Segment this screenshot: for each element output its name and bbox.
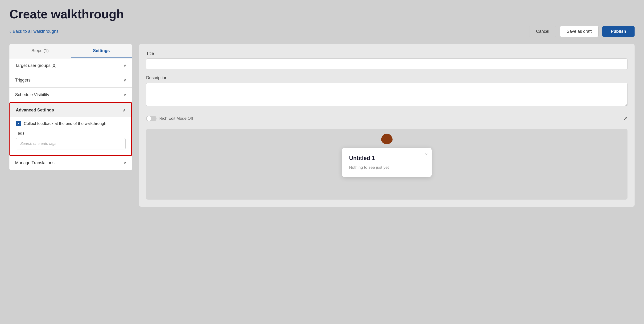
card-close-icon[interactable]: × bbox=[425, 152, 428, 157]
chevron-down-icon: ∨ bbox=[124, 161, 126, 165]
rich-edit-left: Rich Edit Mode Off bbox=[146, 116, 193, 121]
top-actions: Cancel Save as draft Publish bbox=[529, 26, 634, 37]
back-link-label: Back to all walkthroughs bbox=[13, 29, 58, 34]
accordion-header-schedule-visibility[interactable]: Schedule Visibility ∨ bbox=[10, 88, 132, 102]
tags-label: Tags bbox=[16, 131, 126, 136]
accordion-header-manage-translations[interactable]: Manage Translations ∨ bbox=[10, 156, 132, 170]
preview-area: × Untitled 1 Nothing to see just yet bbox=[146, 129, 628, 200]
accordion-header-triggers[interactable]: Triggers ∨ bbox=[10, 73, 132, 88]
tab-settings[interactable]: Settings bbox=[71, 44, 132, 58]
accordion-manage-translations: Manage Translations ∨ bbox=[10, 156, 132, 170]
main-layout: Steps (1) Settings Target user groups [0… bbox=[10, 44, 634, 207]
chevron-up-icon: ∧ bbox=[123, 108, 126, 112]
accordion-advanced-settings: Advanced Settings ∧ Collect feedback at … bbox=[10, 102, 132, 156]
chevron-down-icon: ∨ bbox=[124, 78, 126, 82]
advanced-settings-content: Collect feedback at the end of the walkt… bbox=[10, 117, 131, 155]
accordion-schedule-visibility: Schedule Visibility ∨ bbox=[10, 88, 132, 102]
chevron-down-icon: ∨ bbox=[124, 92, 126, 97]
accordion-triggers: Triggers ∨ bbox=[10, 73, 132, 88]
feedback-checkbox-row: Collect feedback at the end of the walkt… bbox=[16, 121, 126, 126]
accordion-header-target-user-groups[interactable]: Target user groups [0] ∨ bbox=[10, 58, 132, 73]
feedback-checkbox[interactable] bbox=[16, 121, 21, 126]
avatar-icon bbox=[381, 134, 393, 146]
feedback-checkbox-label: Collect feedback at the end of the walkt… bbox=[24, 121, 106, 126]
top-bar: ‹ Back to all walkthroughs Cancel Save a… bbox=[10, 26, 634, 37]
rich-edit-toggle[interactable] bbox=[146, 116, 156, 121]
rich-edit-bar: Rich Edit Mode Off ⤢ bbox=[146, 113, 628, 124]
page-title: Create walkthrough bbox=[10, 7, 634, 21]
card-title: Untitled 1 bbox=[349, 155, 424, 162]
left-panel: Steps (1) Settings Target user groups [0… bbox=[10, 44, 132, 170]
expand-icon[interactable]: ⤢ bbox=[624, 116, 628, 121]
save-draft-button[interactable]: Save as draft bbox=[560, 26, 598, 37]
description-label: Description bbox=[146, 76, 628, 80]
cancel-button[interactable]: Cancel bbox=[529, 26, 556, 37]
accordion-target-user-groups: Target user groups [0] ∨ bbox=[10, 58, 132, 73]
tab-steps[interactable]: Steps (1) bbox=[10, 44, 71, 58]
back-to-walkthroughs-link[interactable]: ‹ Back to all walkthroughs bbox=[10, 29, 58, 34]
title-input[interactable] bbox=[146, 58, 628, 70]
tags-search-input[interactable] bbox=[16, 138, 126, 150]
title-label: Title bbox=[146, 51, 628, 56]
right-panel: Title Description Rich Edit Mode Off ⤢ ×… bbox=[139, 44, 634, 207]
publish-button[interactable]: Publish bbox=[602, 26, 634, 37]
tabs-row: Steps (1) Settings bbox=[10, 44, 132, 58]
description-input[interactable] bbox=[146, 83, 628, 106]
rich-edit-label: Rich Edit Mode Off bbox=[159, 116, 193, 121]
chevron-down-icon: ∨ bbox=[124, 64, 126, 68]
accordion-header-advanced-settings[interactable]: Advanced Settings ∧ bbox=[10, 103, 131, 117]
walkthrough-preview-card: × Untitled 1 Nothing to see just yet bbox=[342, 148, 432, 177]
card-body: Nothing to see just yet bbox=[349, 165, 424, 170]
back-arrow-icon: ‹ bbox=[10, 29, 11, 34]
